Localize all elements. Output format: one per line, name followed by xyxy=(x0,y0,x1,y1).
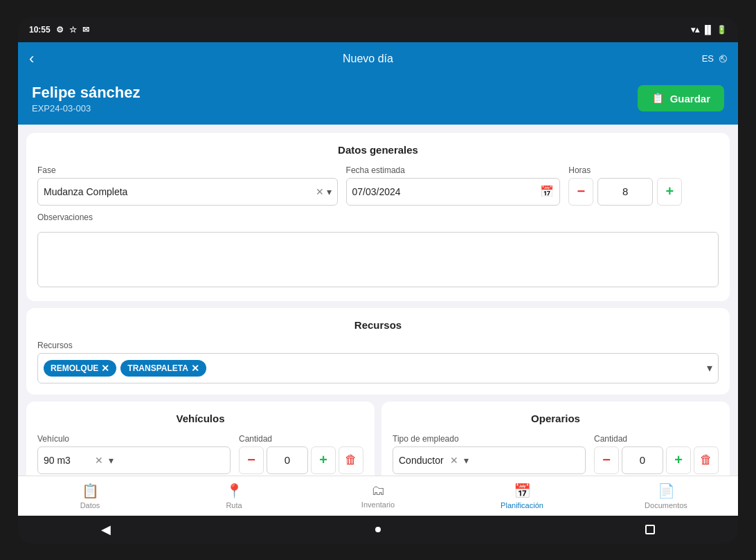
tipo-empleado-select[interactable]: ✕ ▾ xyxy=(393,446,586,474)
observaciones-textarea[interactable] xyxy=(37,232,719,287)
android-home-button[interactable] xyxy=(375,527,381,532)
header-section: Felipe sánchez EXP24-03-003 📋 Guardar xyxy=(18,75,738,125)
vehiculos-title: Vehículos xyxy=(37,413,363,424)
tab-inventario-icon: 🗂 xyxy=(371,482,385,498)
vehiculo-select[interactable]: ✕ ▾ xyxy=(37,446,231,474)
vehiculo-plus-button[interactable]: + xyxy=(311,446,336,474)
tag-remolque: REMOLQUE ✕ xyxy=(44,360,116,377)
tipo-empleado-label: Tipo de empleado xyxy=(393,434,586,444)
vehiculo-delete-button[interactable]: 🗑 xyxy=(339,446,363,474)
operario-delete-button[interactable]: 🗑 xyxy=(694,446,719,474)
expedition-code: EXP24-03-003 xyxy=(32,103,141,114)
signal-icon: ▐▌ xyxy=(702,25,714,35)
tag-transpaleta: TRANSPALETA ✕ xyxy=(120,360,206,377)
fecha-label: Fecha estimada xyxy=(346,165,561,175)
android-nav: ◀ xyxy=(18,516,738,543)
save-icon: 📋 xyxy=(651,92,665,105)
status-time: 10:55 xyxy=(29,25,51,35)
tab-datos-label: Datos xyxy=(80,501,100,509)
recursos-title: Recursos xyxy=(37,319,719,331)
fase-label: Fase xyxy=(37,165,338,175)
datos-generales-card: Datos generales Fase ✕ ▾ Fecha estimada … xyxy=(26,133,730,301)
horas-wrapper: − 8 + xyxy=(568,178,719,206)
tab-planificacion-icon: 📅 xyxy=(514,482,531,499)
vehiculo-minus-button[interactable]: − xyxy=(239,446,264,474)
patient-name: Felipe sánchez xyxy=(32,84,141,102)
fecha-input-wrapper[interactable]: 📅 xyxy=(346,178,561,206)
android-back-button[interactable]: ◀ xyxy=(101,522,111,537)
horas-plus-button[interactable]: + xyxy=(657,178,682,206)
tab-inventario-label: Inventario xyxy=(361,500,395,509)
page-title: Nuevo día xyxy=(34,53,701,65)
fase-arrow-icon[interactable]: ▾ xyxy=(327,186,332,197)
recursos-select[interactable]: REMOLQUE ✕ TRANSPALETA ✕ ▾ xyxy=(37,353,719,383)
operarios-title: Operarios xyxy=(393,413,719,424)
two-col-section: Vehículos Vehículo ✕ ▾ Cantidad − xyxy=(26,401,730,476)
recursos-label: Recursos xyxy=(37,341,719,350)
wifi-icon: ▾▴ xyxy=(691,25,699,35)
notification-icon: ☆ xyxy=(69,25,77,35)
datos-generales-title: Datos generales xyxy=(37,144,719,156)
vehiculo-arrow-icon[interactable]: ▾ xyxy=(109,455,114,466)
mail-icon: ✉ xyxy=(82,25,89,35)
settings-icon: ⚙ xyxy=(56,25,64,35)
save-button[interactable]: 📋 Guardar xyxy=(638,85,724,111)
recursos-card: Recursos Recursos REMOLQUE ✕ TRANSPALETA… xyxy=(26,308,730,395)
tab-planificacion-label: Planificación xyxy=(501,501,543,509)
horas-value: 8 xyxy=(597,178,653,206)
fase-clear-icon[interactable]: ✕ xyxy=(316,186,324,197)
tab-planificacion[interactable]: 📅 Planificación xyxy=(450,476,594,516)
vehiculo-cantidad-value: 0 xyxy=(267,446,308,474)
vehiculo-clear-icon[interactable]: ✕ xyxy=(95,455,103,466)
tab-datos[interactable]: 📋 Datos xyxy=(18,476,162,516)
horas-minus-button[interactable]: − xyxy=(568,178,593,206)
vehiculo-input[interactable] xyxy=(44,455,92,466)
tipo-clear-icon[interactable]: ✕ xyxy=(450,455,458,466)
horas-label: Horas xyxy=(568,165,719,175)
vehiculos-card: Vehículos Vehículo ✕ ▾ Cantidad − xyxy=(26,401,375,476)
language-button[interactable]: ES xyxy=(702,53,714,64)
fase-select[interactable]: ✕ ▾ xyxy=(37,178,338,206)
tab-inventario[interactable]: 🗂 Inventario xyxy=(306,476,450,516)
battery-icon: 🔋 xyxy=(717,25,727,35)
logout-icon[interactable]: ⎋ xyxy=(719,51,727,66)
observaciones-label: Observaciones xyxy=(37,213,719,222)
tab-documentos-icon: 📄 xyxy=(658,482,675,499)
tab-ruta-label: Ruta xyxy=(226,501,242,509)
tab-documentos-label: Documentos xyxy=(645,501,687,509)
operario-cantidad-label: Cantidad xyxy=(594,434,719,444)
bottom-tabs: 📋 Datos 📍 Ruta 🗂 Inventario 📅 Planificac… xyxy=(18,476,738,516)
operarios-card: Operarios Tipo de empleado ✕ ▾ Cantidad xyxy=(381,401,730,476)
tag-remolque-remove[interactable]: ✕ xyxy=(101,363,109,374)
back-button[interactable]: ‹ xyxy=(29,50,34,68)
vehiculo-cantidad-label: Cantidad xyxy=(239,434,363,444)
android-recents-button[interactable] xyxy=(645,525,655,534)
tab-ruta-icon: 📍 xyxy=(226,482,243,499)
main-content: Datos generales Fase ✕ ▾ Fecha estimada … xyxy=(18,125,738,476)
tipo-arrow-icon[interactable]: ▾ xyxy=(464,455,469,466)
operario-minus-button[interactable]: − xyxy=(594,446,619,474)
tag-transpaleta-label: TRANSPALETA xyxy=(127,363,188,373)
fase-input[interactable] xyxy=(44,186,316,197)
fecha-input[interactable] xyxy=(352,186,535,197)
vehiculo-label: Vehículo xyxy=(37,434,231,444)
top-nav: ‹ Nuevo día ES ⎋ xyxy=(18,42,738,75)
tab-documentos[interactable]: 📄 Documentos xyxy=(594,476,738,516)
tag-remolque-label: REMOLQUE xyxy=(51,363,98,373)
recursos-arrow-icon[interactable]: ▾ xyxy=(707,361,712,374)
tab-datos-icon: 📋 xyxy=(82,482,99,499)
operario-cantidad-value: 0 xyxy=(622,446,663,474)
tag-transpaleta-remove[interactable]: ✕ xyxy=(191,363,199,374)
operario-plus-button[interactable]: + xyxy=(666,446,691,474)
tab-ruta[interactable]: 📍 Ruta xyxy=(162,476,306,516)
save-label: Guardar xyxy=(670,93,710,105)
status-bar: 10:55 ⚙ ☆ ✉ ▾▴ ▐▌ 🔋 xyxy=(18,17,738,42)
tipo-empleado-input[interactable] xyxy=(399,455,447,466)
calendar-icon[interactable]: 📅 xyxy=(540,185,554,198)
